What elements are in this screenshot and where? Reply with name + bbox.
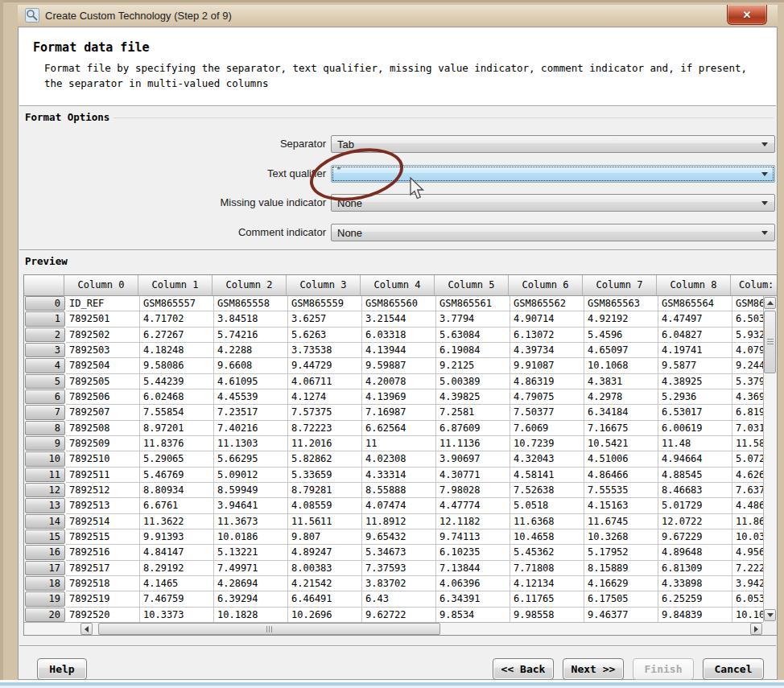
table-cell[interactable]: 11.1303 bbox=[214, 436, 288, 451]
table-cell[interactable]: GSM865562 bbox=[510, 296, 584, 311]
table-cell[interactable]: 5.66295 bbox=[214, 451, 288, 467]
table-cell[interactable]: 7892504 bbox=[66, 358, 140, 373]
row-header-4[interactable]: 4 bbox=[25, 358, 65, 373]
table-cell[interactable]: 5.6263 bbox=[288, 328, 362, 343]
table-cell[interactable]: 3.94641 bbox=[214, 498, 288, 513]
table-cell[interactable]: 10.1068 bbox=[584, 358, 658, 373]
table-cell[interactable]: 10.5421 bbox=[584, 436, 658, 451]
table-cell[interactable]: 6.11765 bbox=[510, 591, 584, 607]
table-cell[interactable]: 9.2443 bbox=[732, 358, 763, 373]
table-cell[interactable]: 9.74113 bbox=[436, 529, 510, 545]
table-cell[interactable]: 6.04827 bbox=[658, 328, 732, 343]
table-cell[interactable]: 5.34673 bbox=[362, 545, 436, 560]
row-header-17[interactable]: 17 bbox=[25, 561, 65, 575]
row-header-19[interactable]: 19 bbox=[25, 591, 65, 606]
row-header-3[interactable]: 3 bbox=[25, 343, 65, 357]
table-cell[interactable]: 4.65097 bbox=[584, 343, 658, 358]
table-cell[interactable]: 6.19084 bbox=[436, 343, 510, 358]
table-cell[interactable]: 10.1828 bbox=[214, 608, 288, 623]
scroll-right-button[interactable] bbox=[750, 623, 762, 635]
table-cell[interactable]: GSM865560 bbox=[362, 296, 436, 311]
table-cell[interactable]: 11.8376 bbox=[140, 436, 214, 451]
table-cell[interactable]: 4.1274 bbox=[288, 389, 362, 405]
table-cell[interactable]: 4.18248 bbox=[140, 343, 214, 358]
table-cell[interactable]: GSM865558 bbox=[214, 296, 288, 311]
table-cell[interactable]: 4.32043 bbox=[510, 451, 584, 467]
table-cell[interactable]: 7.23517 bbox=[214, 405, 288, 420]
column-header-4[interactable]: Column 4 bbox=[361, 275, 435, 295]
table-cell[interactable]: 10.106 bbox=[732, 608, 763, 623]
row-header-14[interactable]: 14 bbox=[25, 514, 65, 529]
column-header-5[interactable]: Column 5 bbox=[435, 275, 509, 295]
table-cell[interactable]: 6.34391 bbox=[436, 591, 510, 607]
table-cell[interactable]: 7.16675 bbox=[584, 421, 658, 436]
row-header-12[interactable]: 12 bbox=[25, 483, 65, 497]
table-cell[interactable]: 7892519 bbox=[66, 591, 140, 607]
horizontal-scrollbar[interactable] bbox=[24, 622, 763, 635]
table-cell[interactable]: 4.47497 bbox=[658, 311, 732, 327]
table-cell[interactable]: 4.45539 bbox=[214, 389, 288, 405]
row-header-9[interactable]: 9 bbox=[25, 436, 65, 451]
table-cell[interactable]: 5.01729 bbox=[658, 498, 732, 513]
table-cell[interactable]: 4.39825 bbox=[436, 389, 510, 405]
table-cell[interactable]: 4.15163 bbox=[584, 498, 658, 513]
table-cell[interactable]: 7892516 bbox=[66, 545, 140, 560]
table-cell[interactable]: GSM865564 bbox=[658, 296, 732, 311]
table-cell[interactable]: 9.46377 bbox=[584, 608, 658, 623]
table-cell[interactable]: 4.07474 bbox=[362, 498, 436, 513]
table-cell[interactable]: 4.86319 bbox=[510, 374, 584, 389]
table-cell[interactable]: 3.90697 bbox=[436, 451, 510, 467]
comment-indicator-dropdown[interactable]: None bbox=[331, 224, 775, 241]
table-cell[interactable]: 4.1465 bbox=[140, 576, 214, 591]
table-cell[interactable]: 6.8197 bbox=[732, 405, 763, 420]
table-cell[interactable]: 4.3831 bbox=[584, 374, 658, 389]
column-header-8[interactable]: Column 8 bbox=[657, 275, 731, 295]
table-cell[interactable]: 4.58141 bbox=[510, 468, 584, 483]
table-cell[interactable]: 6.0535 bbox=[732, 591, 763, 607]
table-cell[interactable]: 4.19741 bbox=[658, 343, 732, 358]
table-cell[interactable]: 7.40216 bbox=[214, 421, 288, 436]
table-cell[interactable]: 4.88545 bbox=[658, 468, 732, 483]
table-cell[interactable]: 9.44729 bbox=[288, 358, 362, 373]
table-cell[interactable]: 11.48 bbox=[658, 436, 732, 451]
table-cell[interactable]: 4.08559 bbox=[288, 498, 362, 513]
row-header-6[interactable]: 6 bbox=[25, 389, 65, 404]
table-cell[interactable]: 7.6069 bbox=[510, 421, 584, 436]
column-header-2[interactable]: Column 2 bbox=[213, 275, 287, 295]
table-cell[interactable]: 5.4596 bbox=[584, 328, 658, 343]
table-cell[interactable]: 9.807 bbox=[288, 529, 362, 545]
table-cell[interactable]: 8.79281 bbox=[288, 483, 362, 498]
scroll-up-button[interactable] bbox=[764, 297, 776, 309]
table-cell[interactable]: 9.5877 bbox=[658, 358, 732, 373]
table-cell[interactable]: 9.84839 bbox=[658, 608, 732, 623]
table-cell[interactable]: 7.55854 bbox=[140, 405, 214, 420]
table-cell[interactable]: 11.3673 bbox=[214, 514, 288, 529]
table-cell[interactable]: 4.0793 bbox=[732, 343, 763, 358]
table-cell[interactable]: 5.0518 bbox=[510, 498, 584, 513]
table-cell[interactable]: 7.0315 bbox=[732, 421, 763, 436]
table-cell[interactable]: 9.62722 bbox=[362, 608, 436, 623]
table-cell[interactable]: 4.33314 bbox=[362, 468, 436, 483]
table-cell[interactable]: 11.6745 bbox=[584, 514, 658, 529]
table-cell[interactable]: 11 bbox=[362, 436, 436, 451]
table-cell[interactable]: 6.62564 bbox=[362, 421, 436, 436]
table-cell[interactable]: 7892506 bbox=[66, 389, 140, 405]
table-cell[interactable]: 4.71702 bbox=[140, 311, 214, 327]
table-cell[interactable]: 7892509 bbox=[66, 436, 140, 451]
table-cell[interactable]: 7892503 bbox=[66, 343, 140, 358]
table-cell[interactable]: 10.0186 bbox=[214, 529, 288, 545]
help-button[interactable]: Help bbox=[37, 658, 87, 680]
table-cell[interactable]: 4.47774 bbox=[436, 498, 510, 513]
table-cell[interactable]: 6.5038 bbox=[732, 311, 763, 327]
table-cell[interactable]: 7892501 bbox=[66, 311, 140, 327]
table-cell[interactable]: 5.74216 bbox=[214, 328, 288, 343]
row-header-10[interactable]: 10 bbox=[25, 451, 65, 466]
table-cell[interactable]: 7892505 bbox=[66, 374, 140, 389]
table-cell[interactable]: 7892513 bbox=[66, 498, 140, 513]
table-cell[interactable]: 8.59949 bbox=[214, 483, 288, 498]
table-cell[interactable]: 7.37593 bbox=[362, 561, 436, 576]
table-cell[interactable]: 7892502 bbox=[66, 328, 140, 343]
table-cell[interactable]: 4.30771 bbox=[436, 468, 510, 483]
table-cell[interactable]: 12.0722 bbox=[658, 514, 732, 529]
table-cell[interactable]: 4.12134 bbox=[510, 576, 584, 591]
